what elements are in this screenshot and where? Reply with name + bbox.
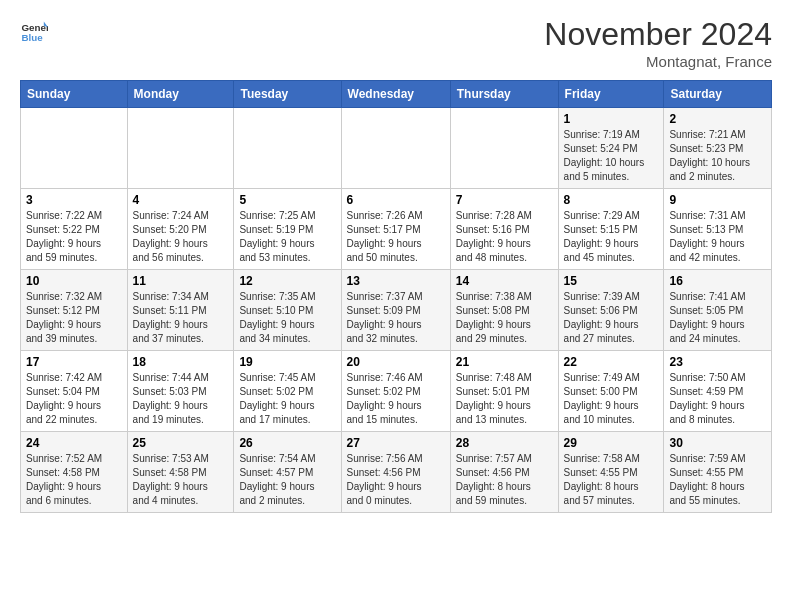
day-number: 10 (26, 274, 122, 288)
calendar-cell: 15Sunrise: 7:39 AM Sunset: 5:06 PM Dayli… (558, 270, 664, 351)
calendar-cell: 25Sunrise: 7:53 AM Sunset: 4:58 PM Dayli… (127, 432, 234, 513)
day-number: 4 (133, 193, 229, 207)
day-info: Sunrise: 7:35 AM Sunset: 5:10 PM Dayligh… (239, 290, 335, 346)
day-info: Sunrise: 7:54 AM Sunset: 4:57 PM Dayligh… (239, 452, 335, 508)
calendar-cell: 30Sunrise: 7:59 AM Sunset: 4:55 PM Dayli… (664, 432, 772, 513)
day-number: 23 (669, 355, 766, 369)
svg-text:Blue: Blue (21, 32, 43, 43)
calendar-cell: 20Sunrise: 7:46 AM Sunset: 5:02 PM Dayli… (341, 351, 450, 432)
calendar-cell: 16Sunrise: 7:41 AM Sunset: 5:05 PM Dayli… (664, 270, 772, 351)
week-row-5: 24Sunrise: 7:52 AM Sunset: 4:58 PM Dayli… (21, 432, 772, 513)
day-number: 8 (564, 193, 659, 207)
day-info: Sunrise: 7:34 AM Sunset: 5:11 PM Dayligh… (133, 290, 229, 346)
weekday-header-tuesday: Tuesday (234, 81, 341, 108)
calendar-cell (341, 108, 450, 189)
day-info: Sunrise: 7:26 AM Sunset: 5:17 PM Dayligh… (347, 209, 445, 265)
day-number: 24 (26, 436, 122, 450)
day-number: 3 (26, 193, 122, 207)
calendar-cell: 22Sunrise: 7:49 AM Sunset: 5:00 PM Dayli… (558, 351, 664, 432)
day-number: 26 (239, 436, 335, 450)
calendar-cell: 3Sunrise: 7:22 AM Sunset: 5:22 PM Daylig… (21, 189, 128, 270)
day-info: Sunrise: 7:19 AM Sunset: 5:24 PM Dayligh… (564, 128, 659, 184)
calendar-cell: 9Sunrise: 7:31 AM Sunset: 5:13 PM Daylig… (664, 189, 772, 270)
day-info: Sunrise: 7:29 AM Sunset: 5:15 PM Dayligh… (564, 209, 659, 265)
day-number: 1 (564, 112, 659, 126)
calendar-cell: 5Sunrise: 7:25 AM Sunset: 5:19 PM Daylig… (234, 189, 341, 270)
calendar-cell: 12Sunrise: 7:35 AM Sunset: 5:10 PM Dayli… (234, 270, 341, 351)
day-number: 9 (669, 193, 766, 207)
week-row-2: 3Sunrise: 7:22 AM Sunset: 5:22 PM Daylig… (21, 189, 772, 270)
day-info: Sunrise: 7:32 AM Sunset: 5:12 PM Dayligh… (26, 290, 122, 346)
week-row-1: 1Sunrise: 7:19 AM Sunset: 5:24 PM Daylig… (21, 108, 772, 189)
calendar-cell: 29Sunrise: 7:58 AM Sunset: 4:55 PM Dayli… (558, 432, 664, 513)
title-area: November 2024 Montagnat, France (544, 16, 772, 70)
location-title: Montagnat, France (544, 53, 772, 70)
day-info: Sunrise: 7:37 AM Sunset: 5:09 PM Dayligh… (347, 290, 445, 346)
day-number: 18 (133, 355, 229, 369)
day-info: Sunrise: 7:44 AM Sunset: 5:03 PM Dayligh… (133, 371, 229, 427)
day-number: 12 (239, 274, 335, 288)
day-number: 17 (26, 355, 122, 369)
header: General Blue November 2024 Montagnat, Fr… (20, 16, 772, 70)
week-row-3: 10Sunrise: 7:32 AM Sunset: 5:12 PM Dayli… (21, 270, 772, 351)
day-info: Sunrise: 7:22 AM Sunset: 5:22 PM Dayligh… (26, 209, 122, 265)
week-row-4: 17Sunrise: 7:42 AM Sunset: 5:04 PM Dayli… (21, 351, 772, 432)
day-info: Sunrise: 7:52 AM Sunset: 4:58 PM Dayligh… (26, 452, 122, 508)
day-number: 11 (133, 274, 229, 288)
weekday-header-wednesday: Wednesday (341, 81, 450, 108)
calendar-cell: 2Sunrise: 7:21 AM Sunset: 5:23 PM Daylig… (664, 108, 772, 189)
calendar-cell: 27Sunrise: 7:56 AM Sunset: 4:56 PM Dayli… (341, 432, 450, 513)
day-number: 29 (564, 436, 659, 450)
day-info: Sunrise: 7:28 AM Sunset: 5:16 PM Dayligh… (456, 209, 553, 265)
day-info: Sunrise: 7:45 AM Sunset: 5:02 PM Dayligh… (239, 371, 335, 427)
calendar-cell: 1Sunrise: 7:19 AM Sunset: 5:24 PM Daylig… (558, 108, 664, 189)
calendar-cell: 28Sunrise: 7:57 AM Sunset: 4:56 PM Dayli… (450, 432, 558, 513)
calendar-cell: 13Sunrise: 7:37 AM Sunset: 5:09 PM Dayli… (341, 270, 450, 351)
month-title: November 2024 (544, 16, 772, 53)
day-info: Sunrise: 7:48 AM Sunset: 5:01 PM Dayligh… (456, 371, 553, 427)
day-number: 25 (133, 436, 229, 450)
day-info: Sunrise: 7:56 AM Sunset: 4:56 PM Dayligh… (347, 452, 445, 508)
calendar-cell: 18Sunrise: 7:44 AM Sunset: 5:03 PM Dayli… (127, 351, 234, 432)
logo: General Blue (20, 16, 48, 44)
calendar-cell: 10Sunrise: 7:32 AM Sunset: 5:12 PM Dayli… (21, 270, 128, 351)
day-number: 30 (669, 436, 766, 450)
day-number: 28 (456, 436, 553, 450)
day-info: Sunrise: 7:21 AM Sunset: 5:23 PM Dayligh… (669, 128, 766, 184)
calendar-cell (234, 108, 341, 189)
day-number: 7 (456, 193, 553, 207)
day-number: 15 (564, 274, 659, 288)
calendar-cell: 11Sunrise: 7:34 AM Sunset: 5:11 PM Dayli… (127, 270, 234, 351)
weekday-header-thursday: Thursday (450, 81, 558, 108)
day-info: Sunrise: 7:50 AM Sunset: 4:59 PM Dayligh… (669, 371, 766, 427)
day-number: 27 (347, 436, 445, 450)
day-info: Sunrise: 7:59 AM Sunset: 4:55 PM Dayligh… (669, 452, 766, 508)
calendar-cell: 6Sunrise: 7:26 AM Sunset: 5:17 PM Daylig… (341, 189, 450, 270)
calendar-cell: 21Sunrise: 7:48 AM Sunset: 5:01 PM Dayli… (450, 351, 558, 432)
day-info: Sunrise: 7:25 AM Sunset: 5:19 PM Dayligh… (239, 209, 335, 265)
calendar-table: SundayMondayTuesdayWednesdayThursdayFrid… (20, 80, 772, 513)
day-info: Sunrise: 7:38 AM Sunset: 5:08 PM Dayligh… (456, 290, 553, 346)
day-info: Sunrise: 7:39 AM Sunset: 5:06 PM Dayligh… (564, 290, 659, 346)
day-number: 5 (239, 193, 335, 207)
weekday-header-saturday: Saturday (664, 81, 772, 108)
calendar-cell: 14Sunrise: 7:38 AM Sunset: 5:08 PM Dayli… (450, 270, 558, 351)
calendar-cell: 19Sunrise: 7:45 AM Sunset: 5:02 PM Dayli… (234, 351, 341, 432)
day-info: Sunrise: 7:57 AM Sunset: 4:56 PM Dayligh… (456, 452, 553, 508)
day-number: 14 (456, 274, 553, 288)
day-info: Sunrise: 7:42 AM Sunset: 5:04 PM Dayligh… (26, 371, 122, 427)
calendar-cell: 23Sunrise: 7:50 AM Sunset: 4:59 PM Dayli… (664, 351, 772, 432)
day-info: Sunrise: 7:46 AM Sunset: 5:02 PM Dayligh… (347, 371, 445, 427)
calendar-cell (450, 108, 558, 189)
day-info: Sunrise: 7:24 AM Sunset: 5:20 PM Dayligh… (133, 209, 229, 265)
day-info: Sunrise: 7:58 AM Sunset: 4:55 PM Dayligh… (564, 452, 659, 508)
day-number: 16 (669, 274, 766, 288)
day-info: Sunrise: 7:41 AM Sunset: 5:05 PM Dayligh… (669, 290, 766, 346)
day-number: 20 (347, 355, 445, 369)
day-info: Sunrise: 7:31 AM Sunset: 5:13 PM Dayligh… (669, 209, 766, 265)
calendar-cell: 4Sunrise: 7:24 AM Sunset: 5:20 PM Daylig… (127, 189, 234, 270)
calendar-cell (21, 108, 128, 189)
calendar-cell: 8Sunrise: 7:29 AM Sunset: 5:15 PM Daylig… (558, 189, 664, 270)
calendar-cell: 17Sunrise: 7:42 AM Sunset: 5:04 PM Dayli… (21, 351, 128, 432)
day-number: 21 (456, 355, 553, 369)
